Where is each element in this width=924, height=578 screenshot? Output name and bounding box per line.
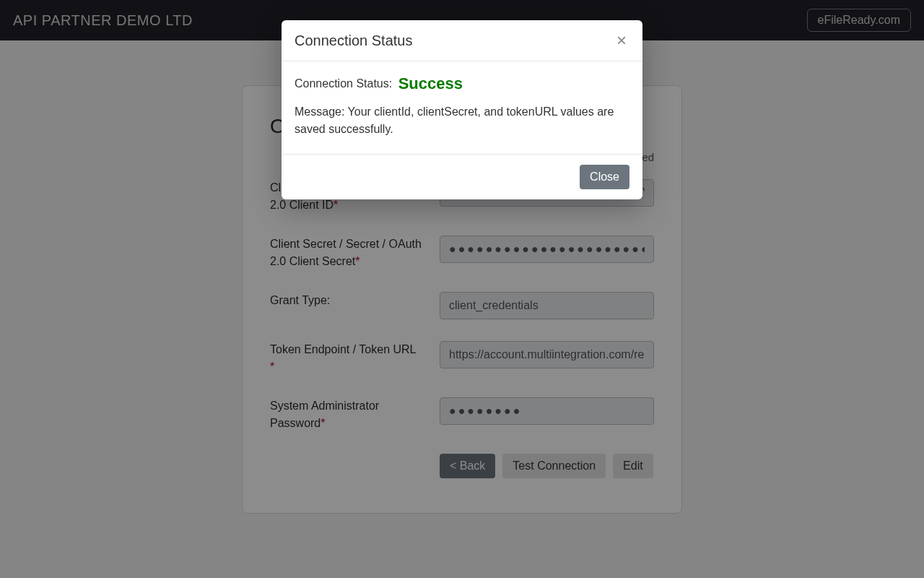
close-button[interactable]: Close: [580, 165, 629, 189]
close-icon[interactable]: ×: [614, 32, 629, 49]
connection-status-modal: Connection Status × Connection Status: S…: [282, 20, 642, 199]
message-line: Message: Your clientId, clientSecret, an…: [295, 103, 629, 138]
status-value: Success: [398, 74, 463, 92]
modal-body: Connection Status: Success Message: Your…: [282, 61, 642, 154]
status-line: Connection Status: Success: [295, 74, 629, 93]
modal-footer: Close: [282, 154, 642, 199]
modal-header: Connection Status ×: [282, 20, 642, 61]
modal-title: Connection Status: [295, 33, 412, 49]
message-label: Message:: [295, 105, 344, 118]
status-label: Connection Status:: [295, 77, 392, 90]
